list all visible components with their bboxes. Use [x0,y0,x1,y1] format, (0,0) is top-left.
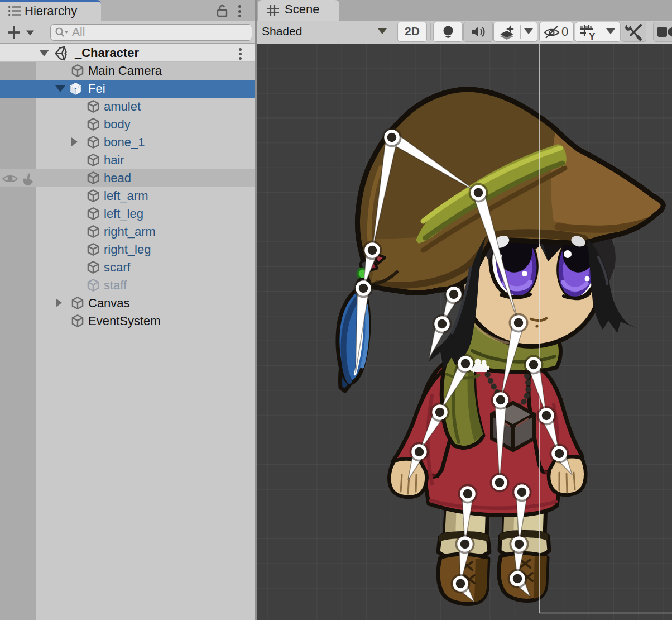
svg-text:Y: Y [589,31,596,40]
